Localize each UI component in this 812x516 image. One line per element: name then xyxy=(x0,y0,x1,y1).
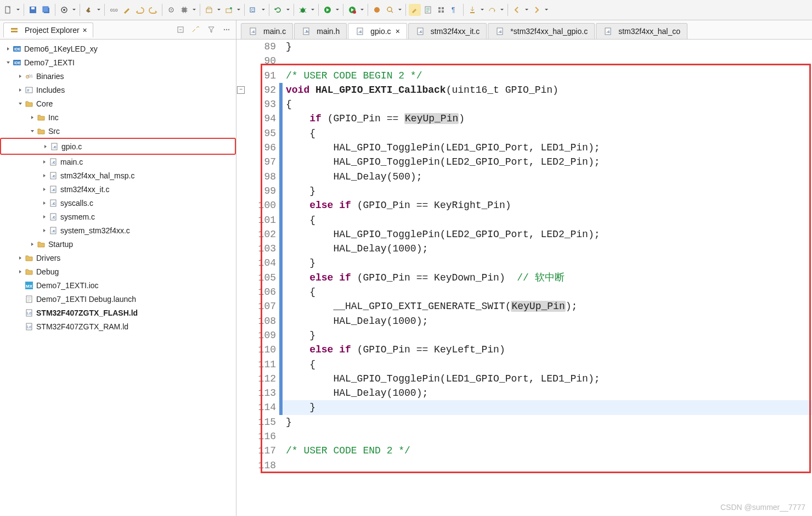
ball-icon[interactable] xyxy=(371,4,383,16)
filter-icon[interactable] xyxy=(205,24,217,36)
build-dropdown[interactable] xyxy=(96,4,101,16)
editor-tab[interactable]: .cstm32f4xx_hal_co xyxy=(596,23,687,39)
run-icon[interactable] xyxy=(322,4,334,16)
editor-tab[interactable]: .cmain.c xyxy=(241,23,293,39)
bug-icon[interactable] xyxy=(297,4,309,16)
tree-item[interactable]: .csystem_stm32f4xx.c xyxy=(0,223,236,237)
cfile-icon: .c xyxy=(48,226,58,235)
tree-item[interactable]: LdSTM32F407ZGTX_RAM.ld xyxy=(0,319,236,333)
build-button[interactable] xyxy=(83,4,95,16)
wand-icon[interactable] xyxy=(121,4,133,16)
doc-icon[interactable] xyxy=(422,4,434,16)
editor-tab[interactable]: .hmain.h xyxy=(294,23,347,39)
tree-item[interactable]: Demo7_1EXTI Debug.launch xyxy=(0,292,236,306)
watermark: CSDN @summer__7777 xyxy=(720,503,805,512)
svg-rect-28 xyxy=(470,12,475,13)
svg-text:010: 010 xyxy=(110,8,118,13)
close-icon[interactable]: × xyxy=(396,27,400,36)
save-all-button[interactable] xyxy=(40,4,52,16)
expand-icon[interactable] xyxy=(41,200,48,206)
grid-icon[interactable] xyxy=(435,4,447,16)
tree-item[interactable]: Drivers xyxy=(0,251,236,265)
expand-icon[interactable] xyxy=(41,173,48,178)
step-into-icon[interactable] xyxy=(466,4,478,16)
expand-icon[interactable] xyxy=(29,242,36,247)
box2-dropdown[interactable] xyxy=(236,4,241,16)
svg-rect-12 xyxy=(226,9,232,13)
step-over-icon[interactable] xyxy=(486,4,498,16)
back-icon[interactable] xyxy=(511,4,523,16)
tree-item[interactable]: .csyscalls.c xyxy=(0,196,236,210)
editor-tab[interactable]: .cstm32f4xx_it.c xyxy=(408,23,487,39)
search-icon[interactable] xyxy=(384,4,396,16)
redo-icon[interactable] xyxy=(147,4,159,16)
new-dropdown[interactable] xyxy=(15,4,21,16)
tree-item[interactable]: Startup xyxy=(0,237,236,251)
refresh-icon[interactable] xyxy=(272,4,284,16)
tool-010-icon[interactable]: 010 xyxy=(108,4,120,16)
expand-icon[interactable] xyxy=(41,228,48,233)
tree-item[interactable]: LdSTM32F407ZGTX_FLASH.ld xyxy=(0,306,236,319)
svg-rect-23 xyxy=(438,7,441,9)
chip-icon[interactable] xyxy=(178,4,190,16)
tree-label: system_stm32f4xx.c xyxy=(60,226,130,235)
code-area[interactable]: − 89909192939495969798991001011021031041… xyxy=(236,40,812,516)
expand-icon[interactable] xyxy=(29,115,36,120)
forward-icon[interactable] xyxy=(531,4,543,16)
close-icon[interactable]: × xyxy=(83,26,87,35)
box-dropdown[interactable] xyxy=(216,4,222,16)
open-box2-icon[interactable] xyxy=(223,4,235,16)
gear-icon[interactable] xyxy=(58,4,70,16)
tree-item[interactable]: .cstm32f4xx_it.c xyxy=(0,182,236,196)
gear-dropdown[interactable] xyxy=(71,4,77,16)
expand-icon[interactable] xyxy=(16,255,24,261)
expand-icon[interactable] xyxy=(16,74,24,79)
tree-label: sysmem.c xyxy=(60,212,95,221)
new-button[interactable] xyxy=(2,4,14,16)
expand-icon[interactable] xyxy=(4,60,12,65)
collapse-all-icon[interactable] xyxy=(174,24,187,36)
explorer-tab[interactable]: Project Explorer × xyxy=(3,23,93,37)
tree-item[interactable]: Core xyxy=(0,97,236,110)
save-button[interactable] xyxy=(27,4,39,16)
tree-item[interactable]: IDEDemo6_1KeyLED_xy xyxy=(0,42,236,55)
open-box-icon[interactable] xyxy=(203,4,215,16)
expand-icon[interactable] xyxy=(41,214,48,220)
tree-item[interactable]: ⚙01Binaries xyxy=(0,69,236,83)
tree-item[interactable]: .csysmem.c xyxy=(0,210,236,223)
tree-item[interactable]: .cgpio.c xyxy=(0,138,236,155)
tree-item[interactable]: #Includes xyxy=(0,83,236,97)
explorer-title: Project Explorer xyxy=(25,26,80,35)
svg-text:.c: .c xyxy=(251,29,255,34)
editor-tab[interactable]: .c*stm32f4xx_hal_gpio.c xyxy=(488,23,595,39)
tree-item[interactable]: MXDemo7_1EXTI.ioc xyxy=(0,278,236,292)
svg-text:.c: .c xyxy=(52,173,55,178)
view-menu-icon[interactable] xyxy=(221,24,233,36)
link-editor-icon[interactable] xyxy=(190,24,202,36)
expand-icon[interactable] xyxy=(41,159,48,165)
expand-icon[interactable] xyxy=(16,269,24,274)
expand-icon[interactable] xyxy=(16,87,24,93)
c-build-icon[interactable]: C xyxy=(247,4,260,16)
file-tree[interactable]: IDEDemo6_1KeyLED_xyIDEDemo7_1EXTI⚙01Bina… xyxy=(0,40,236,516)
editor-tab[interactable]: .cgpio.c× xyxy=(348,23,407,39)
expand-icon[interactable] xyxy=(29,128,36,134)
svg-text:¶: ¶ xyxy=(452,6,455,14)
chip-dropdown[interactable] xyxy=(191,4,197,16)
cfile-icon: .c xyxy=(248,26,258,36)
expand-icon[interactable] xyxy=(4,46,12,52)
tree-item[interactable]: Debug xyxy=(0,265,236,278)
run-ext-icon[interactable] xyxy=(346,4,358,16)
tree-item[interactable]: Inc xyxy=(0,110,236,124)
tree-item[interactable]: Src xyxy=(0,124,236,138)
tree-item[interactable]: .cmain.c xyxy=(0,155,236,169)
target-icon[interactable] xyxy=(165,4,177,16)
tree-item[interactable]: .cstm32f4xx_hal_msp.c xyxy=(0,169,236,182)
expand-icon[interactable] xyxy=(42,144,49,149)
undo-icon[interactable] xyxy=(134,4,146,16)
expand-icon[interactable] xyxy=(41,187,48,192)
tree-item[interactable]: IDEDemo7_1EXTI xyxy=(0,55,236,69)
pilcrow-icon[interactable]: ¶ xyxy=(448,4,460,16)
highlight-icon[interactable] xyxy=(409,4,421,16)
expand-icon[interactable] xyxy=(16,101,24,106)
